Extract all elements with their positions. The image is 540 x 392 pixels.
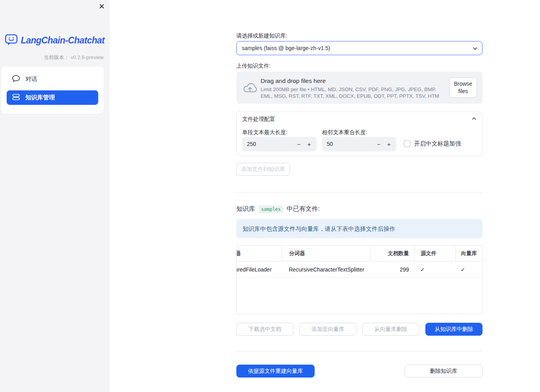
kb-select-label: 请选择或新建知识库: bbox=[236, 32, 287, 40]
sidebar-close-icon[interactable]: ✕ bbox=[99, 2, 105, 11]
column-header-doc-count: 文档数量 bbox=[370, 246, 414, 261]
delete-from-kb-button[interactable]: 从知识库中删除 bbox=[425, 323, 482, 336]
kb-name-code-chip: samples bbox=[259, 205, 283, 213]
table-header-row: 文档加载器 分词器 文档数量 源文件 向量库 bbox=[237, 246, 482, 261]
chunk-size-input[interactable]: 250 − + bbox=[242, 137, 317, 151]
browse-files-button[interactable]: Browse files bbox=[449, 77, 477, 98]
kb-files-table: 文档加载器 分词器 文档数量 源文件 向量库 UnstructuredFileL… bbox=[236, 245, 482, 314]
checkbox-unchecked-icon[interactable] bbox=[404, 140, 410, 147]
app-logo: LangChain-Chatchat bbox=[5, 34, 104, 47]
heading-suffix: 中已有文件: bbox=[287, 205, 320, 213]
divider bbox=[236, 351, 482, 351]
heading-prefix: 知识库 bbox=[236, 205, 255, 213]
sidebar-item-label: 对话 bbox=[25, 76, 37, 83]
column-header-vector-store: 向量库 bbox=[455, 246, 482, 261]
file-config-expander: 文件处理配置 单段文本最大长度: 相邻文本重合长度: 250 − + 50 − … bbox=[236, 111, 482, 156]
chevron-up-icon bbox=[472, 116, 477, 122]
chat-bubble-icon bbox=[12, 75, 20, 84]
kb-select-value: samples (faiss @ bge-large-zh-v1.5) bbox=[242, 45, 330, 51]
sidebar-item-knowledge-base[interactable]: 知识库管理 bbox=[7, 90, 98, 105]
add-to-vector-store-button[interactable]: 添加至向量库 bbox=[299, 323, 356, 336]
column-header-source-file: 源文件 bbox=[414, 246, 455, 261]
version-label: 当前版本： bbox=[44, 54, 69, 60]
chunk-size-label: 单段文本最大长度: bbox=[242, 129, 288, 136]
overlap-size-label: 相邻文本重合长度: bbox=[322, 129, 367, 136]
info-alert-text: 知识库中包含源文件与向量库，请从下表中选择文件后操作 bbox=[243, 219, 395, 238]
plus-stepper-icon[interactable]: + bbox=[304, 137, 314, 151]
divider bbox=[236, 192, 482, 192]
kb-files-heading: 知识库 samples 中已有文件: bbox=[236, 205, 320, 213]
cell-splitter: RecursiveCharacterTextSplitter bbox=[282, 261, 370, 277]
zh-title-enhance-checkbox-row[interactable]: 开启中文标题加强 bbox=[404, 140, 461, 147]
download-selected-docs-button[interactable]: 下载选中文档 bbox=[236, 323, 293, 336]
cell-loader: UnstructuredFileLoader bbox=[237, 261, 282, 277]
app-window: ✕ LangChain-Chatchat 当前版本： v0.2.6-previe… bbox=[0, 0, 540, 392]
overlap-size-input[interactable]: 50 − + bbox=[322, 137, 396, 151]
cell-source-file-check: ✓ bbox=[414, 261, 455, 277]
rebuild-vector-store-button[interactable]: 依据源文件重建向量库 bbox=[236, 365, 315, 378]
delete-from-vector-store-button[interactable]: 从向量库删除 bbox=[362, 323, 419, 336]
cloud-upload-icon bbox=[242, 82, 258, 95]
chunk-size-value: 250 bbox=[247, 137, 256, 151]
cell-vector-store-check: ✓ bbox=[455, 261, 482, 277]
main-content: 请选择或新建知识库: samples (faiss @ bge-large-zh… bbox=[236, 0, 482, 392]
sidebar-item-label: 知识库管理 bbox=[25, 94, 55, 101]
overlap-size-value: 50 bbox=[327, 137, 333, 151]
logo-chat-smiley-icon bbox=[5, 34, 18, 47]
chevron-down-icon bbox=[472, 46, 478, 52]
plus-stepper-icon[interactable]: + bbox=[384, 137, 394, 151]
zh-title-enhance-label: 开启中文标题加强 bbox=[414, 140, 461, 147]
file-dropzone[interactable]: Drag and drop files here Limit 200MB per… bbox=[236, 72, 482, 104]
cell-doc-count: 299 bbox=[370, 261, 414, 277]
dropzone-limit-text: Limit 200MB per file • HTML, MD, JSON, C… bbox=[261, 86, 448, 99]
sidebar: ✕ LangChain-Chatchat 当前版本： v0.2.6-previe… bbox=[0, 0, 110, 392]
sidebar-menu: 对话 知识库管理 bbox=[1, 67, 104, 114]
expander-header[interactable]: 文件处理配置 bbox=[237, 112, 482, 127]
upload-label: 上传知识文件: bbox=[236, 63, 271, 70]
table-row[interactable]: UnstructuredFileLoader RecursiveCharacte… bbox=[237, 261, 482, 278]
sidebar-item-chat[interactable]: 对话 bbox=[7, 72, 98, 86]
minus-stepper-icon[interactable]: − bbox=[374, 137, 384, 151]
column-header-loader: 文档加载器 bbox=[237, 246, 282, 261]
info-alert: 知识库中包含源文件与向量库，请从下表中选择文件后操作 bbox=[236, 219, 482, 238]
delete-kb-button[interactable]: 删除知识库 bbox=[405, 365, 482, 378]
expander-title: 文件处理配置 bbox=[242, 116, 275, 123]
minus-stepper-icon[interactable]: − bbox=[294, 137, 304, 151]
dropzone-title: Drag and drop files here bbox=[261, 77, 326, 85]
logo-title: LangChain-Chatchat bbox=[21, 35, 104, 46]
version-info: 当前版本： v0.2.6-preview bbox=[44, 54, 104, 61]
version-value: v0.2.6-preview bbox=[70, 54, 104, 60]
column-header-splitter: 分词器 bbox=[282, 246, 370, 261]
knowledge-base-icon bbox=[12, 93, 20, 102]
kb-select[interactable]: samples (faiss @ bge-large-zh-v1.5) bbox=[236, 41, 482, 55]
add-files-to-kb-button[interactable]: 添加文件到知识库 bbox=[236, 163, 290, 176]
